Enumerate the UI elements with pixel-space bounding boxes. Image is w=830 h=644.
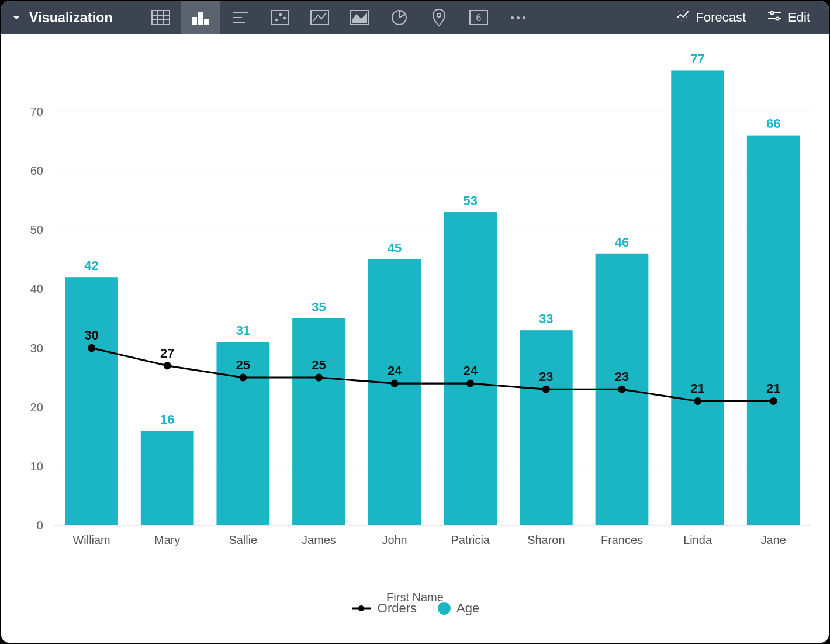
svg-rect-7 <box>205 20 208 25</box>
svg-point-48 <box>358 605 364 611</box>
orders-point[interactable] <box>694 397 701 404</box>
svg-text:50: 50 <box>30 223 43 236</box>
collapse-caret-icon[interactable] <box>12 13 21 22</box>
area-chart-icon[interactable] <box>340 1 379 34</box>
map-chart-icon[interactable] <box>419 1 459 34</box>
svg-point-30 <box>776 17 779 20</box>
orders-point[interactable] <box>164 362 171 369</box>
legend-line-icon <box>351 603 372 614</box>
orders-point[interactable] <box>467 380 474 387</box>
bar-value-label: 45 <box>388 241 402 255</box>
svg-text:0: 0 <box>37 519 43 532</box>
bar[interactable] <box>292 318 345 525</box>
svg-point-28 <box>770 11 773 14</box>
chart-area: 01020304050607042163135455333467766Willi… <box>1 34 829 643</box>
bar-value-label: 35 <box>312 300 326 314</box>
svg-rect-0 <box>152 11 170 25</box>
svg-text:30: 30 <box>30 341 43 354</box>
x-tick-label: Frances <box>601 534 643 546</box>
visualization-toolbar: Visualization 6 Forecast <box>1 1 829 34</box>
bar-value-label: 31 <box>236 323 250 338</box>
x-tick-label: James <box>302 534 336 546</box>
svg-text:6: 6 <box>476 13 481 23</box>
x-tick-label: William <box>72 534 110 546</box>
edit-label: Edit <box>788 10 810 25</box>
bar[interactable] <box>747 136 800 525</box>
orders-point[interactable] <box>542 386 549 393</box>
svg-point-26 <box>682 20 683 21</box>
svg-rect-6 <box>199 13 202 25</box>
app-frame: Visualization 6 Forecast <box>1 1 829 643</box>
orders-value-label: 25 <box>236 358 250 372</box>
line-chart-icon[interactable] <box>300 1 340 34</box>
svg-text:70: 70 <box>30 105 43 118</box>
chart-type-switcher: 6 <box>141 1 538 34</box>
svg-line-19 <box>399 14 405 18</box>
orders-point[interactable] <box>315 374 322 381</box>
x-axis-title: First Name <box>1 591 829 604</box>
bar-value-label: 33 <box>539 311 553 326</box>
x-tick-label: Mary <box>154 534 180 546</box>
bar-value-label: 42 <box>84 258 98 273</box>
bar-value-label: 66 <box>766 116 780 131</box>
bar-value-label: 53 <box>464 193 478 208</box>
orders-point[interactable] <box>88 344 95 351</box>
scatter-chart-icon[interactable] <box>260 1 300 34</box>
x-tick-label: John <box>382 534 407 546</box>
orders-value-label: 27 <box>160 346 174 361</box>
svg-text:10: 10 <box>30 460 43 473</box>
bar[interactable] <box>520 330 573 525</box>
svg-text:60: 60 <box>30 164 43 177</box>
orders-point[interactable] <box>618 386 625 393</box>
bar-value-label: 16 <box>160 412 174 427</box>
orders-value-label: 24 <box>388 363 402 378</box>
orders-value-label: 21 <box>690 381 704 396</box>
orders-point[interactable] <box>391 380 398 387</box>
x-tick-label: Linda <box>683 534 713 546</box>
bar[interactable] <box>671 70 724 525</box>
bar[interactable] <box>368 259 421 525</box>
x-tick-label: Sallie <box>229 534 257 546</box>
svg-text:20: 20 <box>30 401 43 414</box>
panel-title-group[interactable]: Visualization <box>12 10 113 26</box>
svg-text:40: 40 <box>30 282 43 295</box>
combo-chart: 01020304050607042163135455333467766Willi… <box>7 47 823 596</box>
orders-point[interactable] <box>770 397 777 404</box>
orders-point[interactable] <box>240 374 247 381</box>
forecast-label: Forecast <box>696 10 746 25</box>
svg-point-25 <box>687 16 688 18</box>
orders-value-label: 24 <box>464 363 478 378</box>
x-tick-label: Patricia <box>451 534 490 546</box>
bar-value-label: 77 <box>690 51 704 66</box>
sliders-icon <box>767 9 782 26</box>
bar-value-label: 46 <box>615 234 629 249</box>
more-icon[interactable] <box>499 1 538 34</box>
orders-value-label: 30 <box>84 328 98 342</box>
column-chart-icon[interactable] <box>181 1 220 34</box>
forecast-button[interactable]: Forecast <box>668 1 754 34</box>
pie-chart-icon[interactable] <box>379 1 419 34</box>
bar[interactable] <box>65 277 118 525</box>
svg-point-14 <box>283 17 286 19</box>
forecast-icon <box>676 9 690 26</box>
orders-value-label: 21 <box>766 381 780 396</box>
x-tick-label: Jane <box>761 534 786 546</box>
svg-point-23 <box>679 11 680 12</box>
x-tick-label: Sharon <box>527 534 565 546</box>
panel-title: Visualization <box>29 10 113 26</box>
svg-rect-5 <box>193 18 196 25</box>
edit-button[interactable]: Edit <box>759 1 818 34</box>
svg-point-13 <box>279 13 282 16</box>
single-value-chart-icon[interactable]: 6 <box>459 1 499 34</box>
orders-value-label: 25 <box>312 358 326 372</box>
svg-point-12 <box>275 19 278 21</box>
svg-point-20 <box>437 13 441 17</box>
table-icon[interactable] <box>141 1 181 34</box>
bar[interactable] <box>141 431 194 525</box>
bar-chart-icon[interactable] <box>220 1 260 34</box>
orders-value-label: 23 <box>539 369 553 384</box>
orders-value-label: 23 <box>615 369 629 384</box>
svg-point-24 <box>684 10 685 11</box>
svg-rect-11 <box>271 11 289 25</box>
